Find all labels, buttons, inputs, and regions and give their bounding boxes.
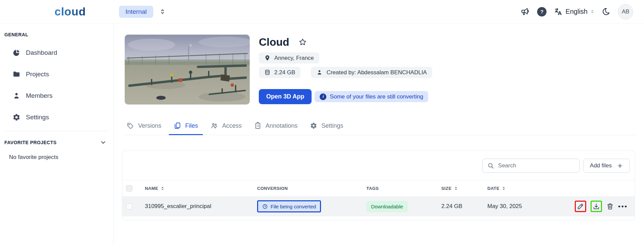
tab-access[interactable]: Access [210, 117, 242, 135]
sidebar-divider [4, 131, 109, 131]
clock-icon [262, 204, 268, 209]
sidebar-nav: Dashboard Projects Members Settings [0, 42, 113, 128]
project-header: Cloud Annecy, France 2.24 GB Crea [259, 35, 432, 104]
size-pill: 2.24 GB [259, 67, 300, 78]
info-icon: i [320, 93, 326, 100]
files-icon [174, 122, 181, 129]
language-selector[interactable]: English [554, 7, 595, 16]
column-header-name[interactable]: NAME [145, 186, 257, 191]
row-actions: ••• [567, 201, 635, 212]
main-content: Cloud Annecy, France 2.24 GB Crea [114, 24, 644, 245]
topbar-actions: ? English AB [521, 4, 633, 19]
open-3d-app-button[interactable]: Open 3D App [259, 89, 312, 104]
sidebar-item-projects[interactable]: Projects [0, 64, 113, 85]
moon-icon [602, 7, 610, 16]
user-avatar[interactable]: AB [618, 4, 633, 19]
column-header-tags: TAGS [366, 186, 441, 191]
announcements-button[interactable] [521, 7, 530, 16]
chevron-updown-small-icon [590, 9, 595, 14]
tab-label: Annotations [266, 122, 297, 129]
chevron-down-icon [100, 139, 107, 146]
workspace-badge[interactable]: Internal [119, 6, 153, 18]
more-actions-button[interactable]: ••• [618, 203, 628, 210]
person-icon [316, 69, 323, 76]
created-by-pill: Created by: Abdessalam BENCHADLIA [311, 67, 432, 78]
table-header: NAME CONVERSION TAGS SIZE DATE [122, 180, 635, 196]
app-logo[interactable]: cloud [54, 5, 86, 18]
file-date: May 30, 2025 [487, 203, 567, 210]
location-text: Annecy, France [274, 55, 314, 62]
people-icon [210, 122, 218, 130]
location-pin-icon [264, 55, 271, 61]
column-label: DATE [487, 186, 499, 191]
sidebar-item-settings[interactable]: Settings [0, 107, 113, 128]
dark-mode-toggle[interactable] [602, 7, 610, 16]
conversion-status-text: File being converted [271, 204, 316, 209]
add-files-button[interactable]: Add files [583, 159, 630, 173]
tag-badge: Downloadable [366, 201, 408, 212]
workspace-switcher[interactable] [159, 8, 166, 15]
tab-versions[interactable]: Versions [127, 117, 161, 135]
help-button[interactable]: ? [537, 7, 547, 16]
favorites-section-toggle[interactable]: FAVORITE PROJECTS [4, 139, 107, 146]
download-button[interactable] [593, 203, 600, 210]
project-title: Cloud [259, 36, 289, 48]
sidebar-item-label: Dashboard [26, 49, 57, 56]
created-by-text: Created by: Abdessalam BENCHADLIA [326, 69, 427, 76]
plus-icon [617, 163, 623, 169]
sidebar-item-label: Settings [26, 114, 49, 121]
pie-chart-icon [12, 49, 21, 57]
sidebar-item-members[interactable]: Members [0, 85, 113, 107]
tag-icon [127, 122, 134, 129]
clipboard-icon [254, 122, 261, 129]
sidebar-item-dashboard[interactable]: Dashboard [0, 42, 113, 64]
tab-files[interactable]: Files [174, 117, 198, 135]
avatar-initials: AB [622, 8, 630, 15]
column-label: CONVERSION [257, 186, 288, 191]
select-all-checkbox[interactable] [126, 185, 132, 192]
tab-settings[interactable]: Settings [310, 117, 343, 135]
column-label: SIZE [441, 186, 452, 191]
star-icon[interactable] [298, 38, 307, 47]
files-toolbar: Add files [122, 151, 635, 173]
conversion-status-badge: File being converted [258, 201, 320, 211]
folder-icon [12, 70, 21, 78]
search-icon [487, 162, 494, 169]
highlight-blue-box: File being converted [257, 200, 321, 212]
sidebar: GENERAL Dashboard Projects Members Setti… [0, 24, 114, 245]
file-name: 310995_escalier_principal [145, 203, 257, 210]
language-label: English [565, 8, 588, 15]
translate-icon [554, 7, 563, 16]
project-tabs: Versions Files Access Annotations Settin… [125, 117, 637, 135]
tab-annotations[interactable]: Annotations [254, 117, 297, 135]
edit-button[interactable] [577, 203, 584, 210]
favorites-empty-text: No favorite projects [9, 154, 113, 161]
sort-icon [501, 186, 506, 191]
highlight-green-box [591, 201, 602, 212]
sidebar-item-label: Members [26, 92, 52, 99]
location-pill: Annecy, France [259, 52, 319, 64]
row-checkbox[interactable] [126, 203, 132, 210]
column-header-size[interactable]: SIZE [441, 186, 487, 191]
project-thumbnail [125, 35, 250, 105]
size-text: 2.24 GB [274, 69, 295, 76]
search-input[interactable] [498, 162, 575, 169]
tab-label: Versions [138, 122, 161, 129]
converting-notice: i Some of your files are still convertin… [315, 91, 428, 102]
megaphone-icon [521, 7, 530, 16]
add-files-label: Add files [590, 162, 612, 169]
column-label: TAGS [366, 186, 379, 191]
top-bar: cloud Internal ? English [0, 0, 644, 24]
table-row[interactable]: 310995_escalier_principal File being con… [122, 196, 635, 216]
converting-notice-text: Some of your files are still converting [330, 93, 423, 100]
search-box [482, 159, 580, 173]
tab-label: Settings [321, 122, 343, 129]
column-label: NAME [145, 186, 158, 191]
sort-icon [160, 186, 165, 191]
gear-icon [310, 122, 317, 129]
highlight-red-box [575, 201, 586, 212]
column-header-conversion: CONVERSION [257, 186, 366, 191]
column-header-date[interactable]: DATE [487, 186, 567, 191]
sidebar-item-label: Projects [26, 71, 49, 78]
delete-button[interactable] [606, 203, 614, 210]
